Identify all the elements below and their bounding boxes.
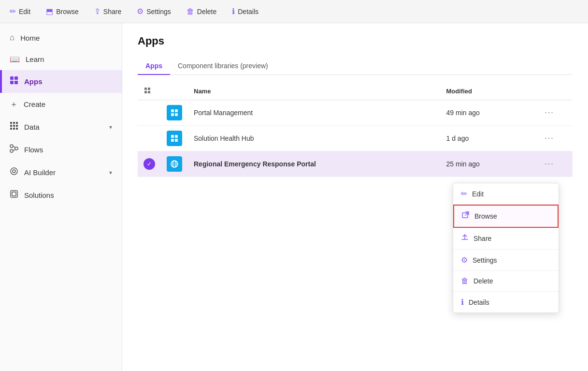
- tab-component-libraries[interactable]: Component libraries (preview): [170, 57, 276, 74]
- sidebar-item-create[interactable]: ＋ Create: [0, 93, 122, 116]
- tabs-bar: Apps Component libraries (preview): [138, 57, 573, 75]
- row-name-3: Regional Emergency Response Portal: [188, 151, 441, 177]
- svg-rect-30: [171, 135, 174, 138]
- row-checkbox-3: ✓: [138, 151, 161, 177]
- context-menu-details[interactable]: ℹ Details: [453, 292, 559, 312]
- svg-line-17: [13, 149, 15, 151]
- table-row[interactable]: Portal Management 49 min ago ···: [138, 100, 573, 126]
- context-details-label: Details: [469, 298, 489, 306]
- toolbar-details-label: Details: [238, 8, 258, 15]
- row-ellipsis-3[interactable]: ···: [541, 158, 558, 170]
- context-edit-icon: ✏: [461, 189, 467, 198]
- svg-line-40: [465, 212, 469, 215]
- svg-rect-32: [171, 139, 174, 142]
- context-menu-delete[interactable]: 🗑 Delete: [453, 271, 559, 292]
- svg-rect-23: [148, 88, 150, 90]
- svg-rect-31: [175, 135, 178, 138]
- context-menu-browse[interactable]: Browse: [453, 205, 559, 228]
- svg-point-15: [10, 149, 13, 152]
- svg-rect-9: [16, 125, 18, 127]
- settings-icon: ⚙: [137, 7, 143, 16]
- th-checkbox: [138, 83, 161, 100]
- row-actions-1: ···: [535, 100, 573, 126]
- row-icon-2: [161, 126, 188, 151]
- toolbar-delete[interactable]: 🗑 Delete: [185, 4, 218, 19]
- context-settings-icon: ⚙: [461, 255, 468, 265]
- svg-rect-24: [144, 91, 147, 93]
- context-edit-label: Edit: [472, 190, 484, 198]
- context-browse-icon: [462, 211, 470, 221]
- svg-rect-2: [10, 81, 14, 84]
- context-menu-share[interactable]: Share: [453, 228, 559, 250]
- row-ellipsis-2[interactable]: ···: [541, 132, 558, 144]
- context-delete-icon: 🗑: [461, 277, 469, 285]
- svg-rect-3: [14, 81, 18, 84]
- row-name-1: Portal Management: [188, 100, 441, 126]
- row-actions-2: ···: [535, 126, 573, 151]
- sidebar-item-ai-builder[interactable]: AI Builder ▾: [0, 161, 122, 184]
- sidebar-item-data[interactable]: Data ▾: [0, 116, 122, 138]
- details-icon: ℹ: [232, 7, 235, 16]
- toolbar-settings[interactable]: ⚙ Settings: [135, 4, 173, 19]
- toolbar-share[interactable]: ⇪ Share: [92, 4, 123, 19]
- sidebar-item-flows[interactable]: Flows: [0, 138, 122, 161]
- app-icon-solution: [167, 131, 182, 146]
- toolbar: ✏ Edit ⬒ Browse ⇪ Share ⚙ Settings 🗑 Del…: [0, 0, 588, 23]
- svg-rect-22: [144, 88, 147, 90]
- svg-rect-8: [13, 125, 15, 127]
- toolbar-details[interactable]: ℹ Details: [230, 4, 260, 19]
- svg-rect-7: [10, 125, 12, 127]
- context-share-icon: [461, 234, 469, 243]
- context-settings-label: Settings: [473, 256, 497, 264]
- app-icon-portal: [167, 105, 182, 120]
- row-icon-3: [161, 151, 188, 177]
- main-content: Apps Apps Component libraries (preview): [122, 23, 588, 371]
- th-modified: Modified: [441, 83, 535, 100]
- svg-point-14: [15, 147, 18, 150]
- svg-rect-4: [10, 122, 12, 124]
- svg-point-19: [13, 170, 15, 173]
- table-row-selected[interactable]: ✓ R: [138, 151, 573, 177]
- context-share-label: Share: [473, 235, 491, 242]
- svg-rect-28: [171, 113, 174, 116]
- th-name: Name: [188, 83, 441, 100]
- svg-rect-6: [16, 122, 18, 124]
- svg-rect-12: [16, 128, 18, 130]
- sidebar-item-home[interactable]: ⌂ Home: [0, 27, 122, 48]
- solutions-icon: [10, 190, 18, 201]
- table-row[interactable]: Solution Health Hub 1 d ago ···: [138, 126, 573, 151]
- svg-rect-29: [175, 113, 178, 116]
- row-ellipsis-1[interactable]: ···: [541, 106, 558, 119]
- svg-point-18: [11, 168, 17, 175]
- sidebar-item-apps[interactable]: Apps: [0, 70, 122, 93]
- toolbar-delete-label: Delete: [197, 8, 216, 15]
- row-icon-1: [161, 100, 188, 126]
- context-delete-label: Delete: [473, 277, 493, 285]
- apps-table: Name Modified: [138, 83, 573, 177]
- row-checkbox-2: [138, 126, 161, 151]
- toolbar-browse-label: Browse: [56, 8, 79, 15]
- sidebar-label-solutions: Solutions: [24, 191, 54, 199]
- context-menu-settings[interactable]: ⚙ Settings: [453, 250, 559, 271]
- sidebar-label-create: Create: [24, 100, 45, 108]
- apps-icon: [10, 76, 18, 87]
- toolbar-browse[interactable]: ⬒ Browse: [44, 4, 81, 19]
- toolbar-edit[interactable]: ✏ Edit: [8, 4, 32, 19]
- row-modified-2: 1 d ago: [441, 126, 535, 151]
- sidebar-item-solutions[interactable]: Solutions: [0, 184, 122, 207]
- flows-icon: [10, 144, 18, 155]
- row-actions-3: ···: [535, 151, 573, 177]
- sidebar-item-learn[interactable]: 📖 Learn: [0, 48, 122, 70]
- toolbar-settings-label: Settings: [146, 8, 171, 15]
- svg-rect-20: [11, 191, 17, 197]
- app-icon-regional: [167, 156, 182, 172]
- data-icon: [10, 121, 18, 133]
- sidebar-label-apps: Apps: [24, 77, 43, 86]
- tab-apps[interactable]: Apps: [138, 57, 170, 74]
- th-actions: [535, 83, 573, 100]
- context-menu-edit[interactable]: ✏ Edit: [453, 183, 559, 205]
- tab-component-libraries-label: Component libraries (preview): [178, 62, 268, 70]
- svg-rect-0: [10, 76, 14, 80]
- svg-rect-1: [14, 76, 18, 80]
- svg-rect-10: [10, 128, 12, 130]
